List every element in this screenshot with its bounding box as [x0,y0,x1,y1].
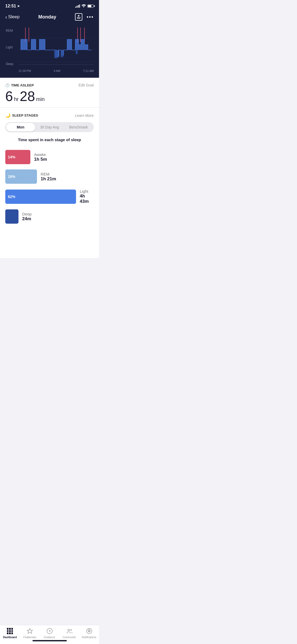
rem-percent: 18% [8,174,15,179]
awake-bar: 14% [5,150,30,164]
sleep-chart-svg [18,27,94,67]
tab-30day[interactable]: 30 Day Avg [35,123,64,131]
stage-deep: 6% Deep 24m [5,209,94,224]
tab-selector: Mon 30 Day Avg Benchmark [5,122,94,132]
rem-time: 1h 21m [41,176,56,182]
clock-icon: 🕐 [5,83,10,87]
more-button[interactable]: ••• [87,14,94,20]
light-info: Light 4h 43m [80,189,94,204]
sleep-stages-header: 🌙 SLEEP STAGES Learn More [5,113,94,118]
light-percent: 62% [8,195,15,199]
light-bar: 62% [5,190,76,204]
battery-icon [87,4,94,8]
rem-label: REM [6,29,13,33]
back-button[interactable]: ‹ Sleep [5,14,20,20]
main-content: 🕐 TIME ASLEEP Edit Goal 6 hr 28 min 🌙 SL… [0,78,99,258]
deep-time: 24m [22,216,32,222]
signal-icon [75,4,80,8]
light-name: Light [80,189,94,194]
status-bar: 12:51 ➤ [0,0,99,11]
light-time: 4h 43m [80,194,94,204]
awake-info: Awake 1h 5m [34,152,47,162]
chart-y-labels: REM Light Deep [6,27,13,67]
page-title: Monday [38,14,56,20]
back-label: Sleep [8,14,20,20]
back-chevron-icon: ‹ [5,14,7,20]
awake-time: 1h 5m [34,157,47,162]
rem-info: REM 1h 21m [41,172,56,182]
status-icons [75,4,94,8]
sleep-stages-section: 🌙 SLEEP STAGES Learn More Mon 30 Day Avg… [0,108,99,237]
deep-name: Deep [22,212,32,216]
awake-name: Awake [34,152,47,157]
time-asleep-section: 🕐 TIME ASLEEP Edit Goal 6 hr 28 min [0,78,99,108]
end-time: 7:11 AM [83,69,94,72]
status-time: 12:51 ➤ [5,4,20,8]
mid-time: 4 AM [54,69,60,72]
awake-percent: 14% [8,155,15,159]
stage-awake: 14% Awake 1h 5m [5,150,94,164]
minutes-label: min [36,96,45,102]
time-asleep-title: 🕐 TIME ASLEEP [5,83,34,87]
tab-mon[interactable]: Mon [6,123,35,131]
learn-more-button[interactable]: Learn More [75,113,94,118]
wifi-icon [82,4,86,8]
hours-value: 6 [5,89,13,103]
time-axis: 11:38 PM 4 AM 7:11 AM [18,69,94,72]
stage-rem: 18% REM 1h 21m [5,169,94,184]
deep-label: Deep [6,62,13,66]
share-button[interactable] [75,13,82,21]
sleep-stages-title: 🌙 SLEEP STAGES [5,113,38,118]
sleep-chart: REM Light Deep 11:38 PM [0,25,99,78]
edit-goal-button[interactable]: Edit Goal [78,83,94,87]
rem-name: REM [41,172,56,176]
stages-subtitle: Time spent in each stage of sleep [5,137,94,142]
time-display: 12:51 [5,4,16,8]
header-actions: ••• [75,13,94,21]
moon-icon: 🌙 [5,113,11,118]
minutes-value: 28 [20,89,35,103]
hours-label: hr [14,96,19,102]
start-time: 11:38 PM [18,69,31,72]
time-asleep-header: 🕐 TIME ASLEEP Edit Goal [5,83,94,87]
tab-benchmark[interactable]: Benchmark [64,123,93,131]
stage-light: 62% Light 4h 43m [5,189,94,204]
light-label: Light [6,45,13,49]
header: ‹ Sleep Monday ••• [0,11,99,25]
rem-bar: 18% [5,169,37,184]
time-asleep-display: 6 hr 28 min [5,89,94,103]
location-icon: ➤ [17,4,20,8]
deep-bar: 6% [5,209,18,224]
deep-info: Deep 24m [22,212,32,222]
